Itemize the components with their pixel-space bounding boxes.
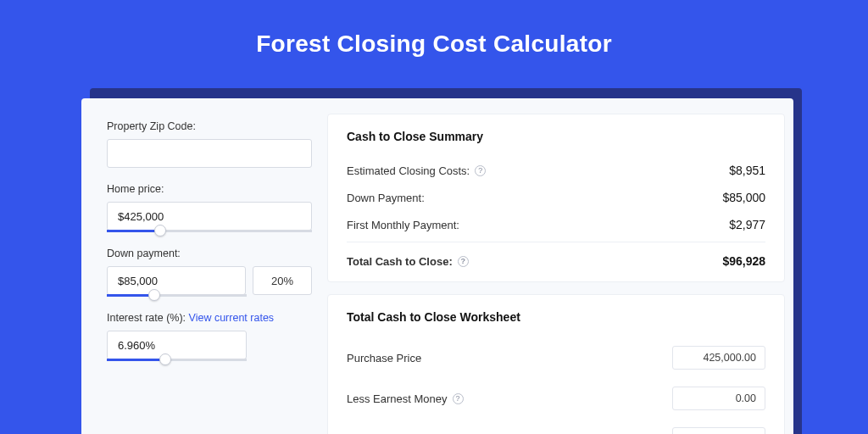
interest-rate-slider[interactable] <box>107 359 247 361</box>
worksheet-row: Total Mortgage Loan Amount <box>347 419 765 434</box>
help-icon[interactable]: ? <box>453 393 464 404</box>
summary-row: First Monthly Payment:$2,977 <box>347 211 765 238</box>
summary-total-row: Total Cash to Close: ? $96,928 <box>347 242 765 275</box>
worksheet-row-input[interactable] <box>672 387 765 410</box>
zip-group: Property Zip Code: <box>107 120 312 168</box>
page-title: Forest Closing Cost Calculator <box>0 0 868 58</box>
home-price-slider[interactable] <box>107 230 312 232</box>
worksheet-row: Less Earnest Money? <box>347 378 765 419</box>
form-column: Property Zip Code: Home price: Down paym… <box>81 98 327 434</box>
worksheet-heading: Total Cash to Close Worksheet <box>347 310 765 324</box>
home-price-input[interactable] <box>107 202 312 231</box>
results-column: Cash to Close Summary Estimated Closing … <box>327 98 793 434</box>
calculator-card: Property Zip Code: Home price: Down paym… <box>81 98 793 434</box>
summary-row-value: $8,951 <box>729 164 765 177</box>
zip-input[interactable] <box>107 139 312 168</box>
summary-row: Estimated Closing Costs:?$8,951 <box>347 157 765 184</box>
down-payment-slider-fill <box>107 294 154 297</box>
home-price-slider-thumb[interactable] <box>154 225 166 236</box>
worksheet-row-input[interactable] <box>672 346 765 370</box>
worksheet-row: Purchase Price <box>347 337 765 378</box>
summary-row-value: $2,977 <box>729 218 765 231</box>
home-price-label: Home price: <box>107 183 312 195</box>
summary-panel: Cash to Close Summary Estimated Closing … <box>327 114 785 282</box>
zip-label: Property Zip Code: <box>107 120 312 132</box>
worksheet-row-label: Purchase Price <box>347 352 421 364</box>
interest-rate-label: Interest rate (%): View current rates <box>107 312 312 324</box>
interest-rate-slider-thumb[interactable] <box>159 353 171 365</box>
home-price-slider-fill <box>107 230 160 232</box>
down-payment-label: Down payment: <box>107 248 312 259</box>
help-icon[interactable]: ? <box>475 165 486 176</box>
interest-rate-slider-fill <box>107 359 165 361</box>
interest-rate-input[interactable] <box>107 331 247 359</box>
worksheet-panel: Total Cash to Close Worksheet Purchase P… <box>327 294 785 434</box>
down-payment-slider-thumb[interactable] <box>148 289 160 301</box>
summary-total-label: Total Cash to Close: <box>347 255 453 268</box>
view-rates-link[interactable]: View current rates <box>189 312 275 324</box>
summary-row-value: $85,000 <box>722 191 765 204</box>
worksheet-row-label: Less Earnest Money <box>347 392 448 405</box>
summary-row-label: Estimated Closing Costs: <box>347 164 470 177</box>
down-payment-slider[interactable] <box>107 294 247 297</box>
home-price-group: Home price: <box>107 183 312 232</box>
down-payment-pct[interactable]: 20% <box>253 266 312 295</box>
summary-row-label: First Monthly Payment: <box>347 219 459 231</box>
interest-rate-group: Interest rate (%): View current rates <box>107 312 312 361</box>
summary-total-value: $96,928 <box>722 254 765 268</box>
down-payment-group: Down payment: 20% <box>107 248 312 297</box>
summary-heading: Cash to Close Summary <box>347 130 765 143</box>
interest-rate-label-text: Interest rate (%): <box>107 312 186 324</box>
help-icon[interactable]: ? <box>458 256 469 267</box>
summary-row-label: Down Payment: <box>347 192 425 204</box>
down-payment-input[interactable] <box>107 266 246 295</box>
worksheet-row-input[interactable] <box>672 427 765 434</box>
summary-row: Down Payment:$85,000 <box>347 184 765 211</box>
